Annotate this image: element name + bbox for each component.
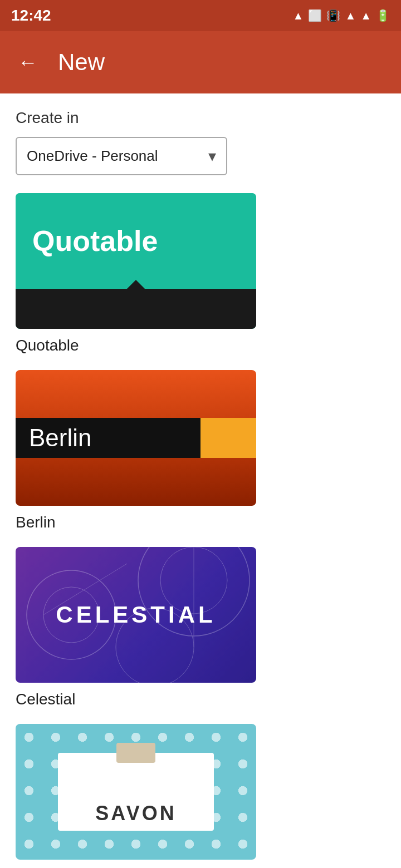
berlin-thumbnail: Berlin <box>16 370 256 506</box>
location-value: OneDrive - Personal <box>27 147 158 165</box>
battery-icon: 🔋 <box>376 9 390 22</box>
main-content: Create in OneDrive - Personal ▾ Quotable… <box>0 93 401 868</box>
celestial-thumbnail: CELESTIAL <box>16 547 256 683</box>
signal-icon: ▲ <box>293 9 304 22</box>
berlin-thumb-text: Berlin <box>29 424 92 452</box>
savon-thumb-text: SAVON <box>95 802 176 825</box>
back-button[interactable]: ← <box>13 48 42 77</box>
create-in-label: Create in <box>16 109 385 127</box>
template-celestial[interactable]: CELESTIAL Celestial <box>16 547 385 708</box>
savon-thumbnail: SAVON <box>16 724 256 860</box>
celestial-thumb-text: CELESTIAL <box>56 601 216 628</box>
app-bar: ← New <box>0 31 401 93</box>
signal-bars-icon: ▲ <box>360 9 371 22</box>
template-quotable[interactable]: Quotable Quotable <box>16 193 385 354</box>
cast-icon: ⬜ <box>308 9 322 22</box>
quotable-thumb-text: Quotable <box>32 224 158 258</box>
template-savon[interactable]: SAVON <box>16 724 385 860</box>
status-time: 12:42 <box>11 7 51 24</box>
location-dropdown[interactable]: OneDrive - Personal ▾ <box>16 137 227 175</box>
location-dropdown-wrapper[interactable]: OneDrive - Personal ▾ <box>16 137 385 175</box>
wifi-icon: ▲ <box>345 9 356 22</box>
celestial-label: Celestial <box>16 691 75 708</box>
status-icons: ▲ ⬜ 📳 ▲ ▲ 🔋 <box>293 9 390 22</box>
chevron-down-icon: ▾ <box>208 147 216 165</box>
page-title: New <box>58 49 105 76</box>
savon-tag <box>116 743 155 763</box>
berlin-label: Berlin <box>16 514 56 531</box>
quotable-thumbnail: Quotable <box>16 193 256 329</box>
vibrate-icon: 📳 <box>326 9 340 22</box>
template-berlin[interactable]: Berlin Berlin <box>16 370 385 531</box>
quotable-label: Quotable <box>16 337 79 354</box>
status-bar: 12:42 ▲ ⬜ 📳 ▲ ▲ 🔋 <box>0 0 401 31</box>
